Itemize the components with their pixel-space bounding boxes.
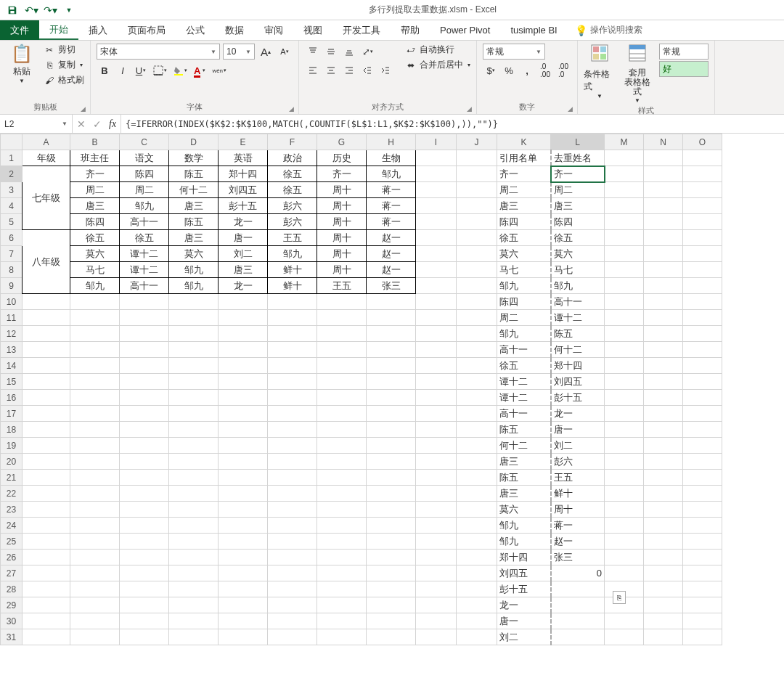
cell[interactable]: [120, 597, 169, 613]
cell[interactable]: 何十二: [497, 438, 551, 454]
cell[interactable]: [644, 502, 683, 518]
cell[interactable]: [644, 182, 683, 198]
cell[interactable]: [457, 310, 497, 326]
decrease-decimal-button[interactable]: .00.0: [555, 62, 571, 78]
cell[interactable]: [367, 422, 416, 438]
cell[interactable]: 谭十二: [120, 262, 169, 278]
align-launcher-icon[interactable]: ◢: [467, 105, 472, 113]
cell[interactable]: 蒋一: [367, 182, 416, 198]
style-good[interactable]: 好: [659, 61, 709, 77]
column-header[interactable]: L: [551, 134, 605, 150]
cell[interactable]: [367, 374, 416, 390]
cell[interactable]: 莫六: [70, 246, 120, 262]
cell[interactable]: [683, 150, 722, 166]
cell[interactable]: [416, 150, 457, 166]
row-header[interactable]: 19: [1, 438, 23, 454]
cell[interactable]: [683, 470, 722, 486]
cell[interactable]: [644, 534, 683, 550]
cell[interactable]: [416, 581, 457, 597]
cell[interactable]: [268, 326, 317, 342]
row-header[interactable]: 2: [1, 166, 23, 182]
cell[interactable]: 彭六: [551, 454, 605, 470]
cell[interactable]: 谭十二: [497, 374, 551, 390]
cell[interactable]: [367, 486, 416, 502]
cell[interactable]: 历史: [317, 150, 367, 166]
cell[interactable]: [268, 486, 317, 502]
cell[interactable]: [317, 550, 367, 565]
comma-format-button[interactable]: ,: [519, 62, 535, 78]
cell[interactable]: [683, 518, 722, 534]
cell[interactable]: [416, 390, 457, 406]
cell[interactable]: 马七: [551, 262, 605, 278]
cell[interactable]: 邹九: [70, 278, 120, 294]
cell[interactable]: [268, 422, 317, 438]
cell[interactable]: [605, 550, 644, 565]
cell[interactable]: 政治: [268, 150, 317, 166]
cell[interactable]: [644, 246, 683, 262]
cell[interactable]: [120, 358, 169, 374]
smart-tag-icon[interactable]: ⎘: [613, 591, 626, 604]
cell[interactable]: [683, 246, 722, 262]
cell[interactable]: [120, 406, 169, 422]
cell[interactable]: [367, 629, 416, 645]
cell[interactable]: [605, 486, 644, 502]
cell[interactable]: [23, 310, 70, 326]
cell[interactable]: 鲜十: [268, 262, 317, 278]
cell[interactable]: [70, 550, 120, 565]
cell[interactable]: [551, 613, 605, 629]
cell[interactable]: [120, 310, 169, 326]
cell[interactable]: 数学: [169, 150, 219, 166]
cell[interactable]: [457, 374, 497, 390]
cell[interactable]: 邹九: [367, 166, 416, 182]
cell[interactable]: [23, 597, 70, 613]
cell[interactable]: 0: [551, 565, 605, 581]
cell[interactable]: 徐五: [497, 230, 551, 246]
cell[interactable]: [605, 502, 644, 518]
cell[interactable]: [268, 565, 317, 581]
cell[interactable]: [317, 613, 367, 629]
cell[interactable]: [644, 262, 683, 278]
cell[interactable]: [605, 294, 644, 310]
cell[interactable]: [457, 182, 497, 198]
row-header[interactable]: 4: [1, 198, 23, 214]
cell[interactable]: [457, 550, 497, 565]
cell[interactable]: [70, 629, 120, 645]
cell[interactable]: [317, 438, 367, 454]
cell[interactable]: [605, 262, 644, 278]
cell[interactable]: [457, 438, 497, 454]
cell[interactable]: 年级: [23, 150, 70, 166]
paste-button[interactable]: 📋 粘贴 ▼: [6, 44, 38, 84]
cell[interactable]: [268, 438, 317, 454]
cell[interactable]: [457, 326, 497, 342]
cell[interactable]: [416, 470, 457, 486]
cell[interactable]: [683, 502, 722, 518]
cell[interactable]: [683, 310, 722, 326]
merge-center-button[interactable]: ⬌合并后居中▾: [405, 59, 470, 71]
cell[interactable]: [70, 406, 120, 422]
cell[interactable]: [169, 581, 219, 597]
cell[interactable]: [683, 182, 722, 198]
copy-button[interactable]: ⎘复制▾: [44, 59, 84, 71]
cell[interactable]: 徐五: [268, 182, 317, 198]
cell[interactable]: [120, 565, 169, 581]
cell[interactable]: [605, 534, 644, 550]
cell[interactable]: 唐三: [497, 198, 551, 214]
cell[interactable]: [120, 534, 169, 550]
cell[interactable]: 周十: [317, 198, 367, 214]
row-header[interactable]: 9: [1, 278, 23, 294]
cell[interactable]: 赵一: [551, 534, 605, 550]
row-header[interactable]: 14: [1, 358, 23, 374]
cell[interactable]: [644, 406, 683, 422]
cell[interactable]: [169, 486, 219, 502]
cell[interactable]: [268, 406, 317, 422]
cell[interactable]: 周二: [497, 310, 551, 326]
align-middle-button[interactable]: [323, 44, 339, 60]
cell[interactable]: [23, 374, 70, 390]
cell[interactable]: [169, 550, 219, 565]
cell[interactable]: [683, 390, 722, 406]
cell[interactable]: [457, 214, 497, 230]
cell[interactable]: 陈四: [497, 294, 551, 310]
percent-format-button[interactable]: %: [501, 62, 517, 78]
cell[interactable]: [219, 454, 268, 470]
column-header[interactable]: F: [268, 134, 317, 150]
